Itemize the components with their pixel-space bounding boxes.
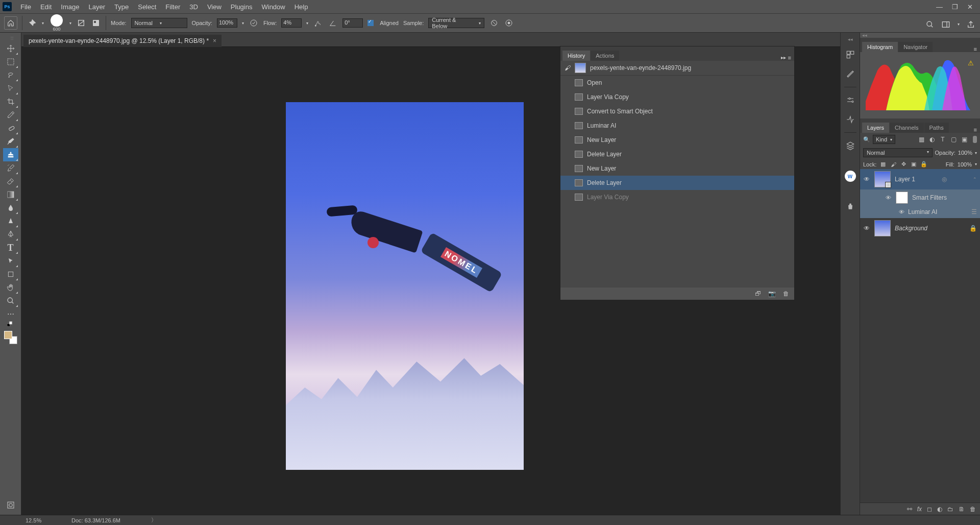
styles-panel-icon[interactable] [844,113,857,126]
layer-mask-icon[interactable]: ◻ [927,506,932,513]
window-restore-icon[interactable]: ❐ [952,3,958,11]
dropdown-arrow-icon[interactable]: ▾ [306,21,308,26]
flow-field[interactable]: 4% [281,18,302,28]
visibility-icon[interactable]: 👁 [898,209,905,215]
lasso-tool[interactable] [3,68,18,82]
visibility-icon[interactable]: 👁 [863,176,870,183]
swatches-panel-icon[interactable] [844,67,857,81]
layer-thumbnail[interactable]: ▣ [874,171,891,187]
lock-artboard-icon[interactable]: ▣ [910,161,917,168]
new-layer-icon[interactable]: 🗎 [959,506,965,513]
home-button[interactable] [4,16,17,30]
menu-type[interactable]: Type [110,0,133,13]
expand-icon[interactable]: ⌃ [973,177,977,182]
window-minimize-icon[interactable]: — [936,3,943,11]
dropdown-arrow-icon[interactable]: ▾ [69,21,71,26]
pressure-size-icon[interactable] [504,18,514,28]
history-source[interactable]: 🖌 pexels-yente-van-eynde-2448970.jpg [560,61,794,76]
menu-image[interactable]: Image [56,0,84,13]
brush-preview[interactable]: 600 [51,14,63,32]
canvas-area[interactable]: NOMEL [21,47,980,515]
filter-mask-thumbnail[interactable] [896,192,908,204]
history-step[interactable]: Open [560,76,794,90]
color-panel-icon[interactable] [844,48,857,61]
history-step[interactable]: Convert to Smart Object [560,104,794,118]
angle-field[interactable]: 0° [342,18,363,28]
gradient-tool[interactable] [3,188,18,201]
tab-history[interactable]: History [562,51,590,61]
eraser-tool[interactable] [3,175,18,188]
brush-settings-icon[interactable] [76,18,86,28]
zoom-level[interactable]: 12.5% [26,517,61,523]
filter-blend-icon[interactable]: ☰ [971,208,977,216]
layer-group-icon[interactable]: 🗀 [947,506,953,513]
filter-luminar[interactable]: 👁 Luminar AI ☰ [860,206,980,218]
history-step[interactable]: Layer Via Copy [560,90,794,104]
workspace-icon[interactable] [941,20,950,29]
new-document-from-state-icon[interactable]: 🗗 [755,290,761,297]
menu-select[interactable]: Select [133,0,161,13]
blend-mode-select[interactable]: Normal [863,148,933,157]
snapshot-thumbnail[interactable] [575,63,586,73]
libraries-panel-icon[interactable] [844,139,857,152]
clone-stamp-tool[interactable] [3,148,18,161]
search-icon[interactable] [926,20,934,29]
blur-tool[interactable] [3,201,18,214]
dropdown-arrow-icon[interactable]: ▾ [42,21,44,26]
delete-layer-icon[interactable]: 🗑 [970,506,976,513]
menu-layer[interactable]: Layer [84,0,110,13]
filter-shape-icon[interactable]: ▢ [949,135,958,144]
visibility-icon[interactable]: 👁 [885,195,892,201]
history-step[interactable]: Luminar AI [560,118,794,133]
layer-filter-select[interactable]: Kind [873,135,895,144]
hand-tool[interactable] [3,281,18,294]
menu-window[interactable]: Window [257,0,289,13]
pressure-opacity-icon[interactable] [249,18,259,28]
dropdown-arrow-icon[interactable]: ▾ [975,162,977,166]
layer-item-layer1[interactable]: 👁 ▣ Layer 1 ◎ ⌃ [860,169,980,189]
panel-menu-icon[interactable]: ≡ [788,55,791,61]
layer-name[interactable]: Layer 1 [895,176,915,183]
healing-tool[interactable] [3,122,18,135]
new-snapshot-icon[interactable]: 📷 [768,290,776,297]
crop-tool[interactable] [3,95,18,108]
airbrush-icon[interactable] [313,18,323,28]
color-swatches[interactable] [3,330,18,345]
filter-toggle-icon[interactable] [973,136,977,143]
history-step[interactable]: Layer Via Copy [560,190,794,204]
adjustments-panel-icon[interactable] [844,93,857,107]
menu-edit[interactable]: Edit [36,0,56,13]
eyedropper-tool[interactable] [3,108,18,122]
aligned-checkbox[interactable] [368,20,374,26]
document-tab[interactable]: pexels-yente-van-eynde-2448970.jpg @ 12.… [23,35,222,47]
close-tab-icon[interactable]: × [213,37,216,44]
lock-transparency-icon[interactable]: ▩ [879,161,887,168]
link-layers-icon[interactable]: ⚯ [907,506,912,513]
history-step[interactable]: Delete Layer [560,176,794,190]
default-colors-icon[interactable] [3,321,18,328]
lock-position-icon[interactable]: ✥ [900,161,907,168]
status-menu-icon[interactable]: 〉 [151,516,157,524]
menu-help[interactable]: Help [290,0,313,13]
layer-fill-value[interactable]: 100% [958,161,972,168]
tab-actions[interactable]: Actions [591,51,619,61]
lock-all-icon[interactable]: 🔒 [920,161,927,168]
visibility-icon[interactable]: 👁 [863,225,870,232]
history-brush-source-icon[interactable]: 🖌 [565,64,571,71]
tab-layers[interactable]: Layers [862,123,889,133]
histogram-warning-icon[interactable]: ⚠ [968,59,974,67]
layer-opacity-value[interactable]: 100% [958,150,972,156]
w-plugin-icon[interactable]: w [845,171,856,182]
filter-adjust-icon[interactable]: ◐ [928,135,936,144]
layer-thumbnail[interactable] [874,220,891,236]
lock-pixels-icon[interactable]: 🖌 [890,161,897,168]
opacity-field[interactable]: 100% [217,18,237,28]
menu-3d[interactable]: 3D [185,0,203,13]
type-tool[interactable]: T [3,241,18,254]
edit-toolbar[interactable]: ⋯ [3,307,18,321]
history-step[interactable]: New Layer [560,161,794,176]
foreground-color[interactable] [4,331,12,339]
dropdown-arrow-icon[interactable]: ▾ [242,21,244,26]
move-tool[interactable] [3,42,18,55]
pen-tool[interactable] [3,228,18,241]
